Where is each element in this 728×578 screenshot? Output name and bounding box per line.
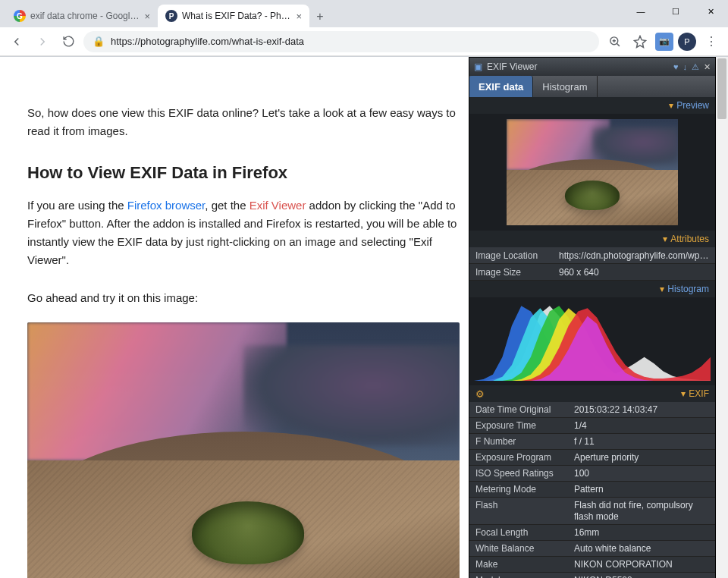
exif-value: Auto white balance xyxy=(574,543,709,554)
page-viewport: So, how does one view this EXIF data onl… xyxy=(0,56,728,578)
download-icon[interactable]: ↓ xyxy=(683,62,688,71)
table-row: Focal Length16mm xyxy=(469,525,715,541)
exif-key: Focal Length xyxy=(475,527,574,538)
exif-key: Date Time Original xyxy=(475,404,574,415)
panel-favicon: ▣ xyxy=(474,61,482,72)
attr-value: https://cdn.photographylife.com/wp-c... xyxy=(559,250,709,261)
table-row: Exposure ProgramAperture priority xyxy=(469,450,715,466)
chevron-down-icon: ▾ xyxy=(660,284,664,294)
exif-value: f / 11 xyxy=(574,436,709,447)
forward-button[interactable] xyxy=(32,31,53,52)
chevron-down-icon: ▾ xyxy=(669,100,673,111)
window-controls: — ☐ ✕ xyxy=(623,0,728,23)
attr-value: 960 x 640 xyxy=(559,267,709,278)
section-exif[interactable]: ⚙ ▾EXIF xyxy=(469,385,715,402)
body-paragraph: If you are using the Firefox browser, ge… xyxy=(27,196,460,269)
table-row: MakeNIKON CORPORATION xyxy=(469,557,715,573)
minimize-button[interactable]: — xyxy=(623,0,658,23)
tab-title: What is EXIF Data? - Photography xyxy=(182,11,291,21)
exif-value: Pattern xyxy=(574,484,709,495)
exif-key: Model xyxy=(475,575,574,578)
section-preview[interactable]: ▾Preview xyxy=(469,97,715,114)
exif-value: Aperture priority xyxy=(574,452,709,463)
maximize-button[interactable]: ☐ xyxy=(658,0,693,23)
histogram-chart xyxy=(469,297,715,385)
new-tab-button[interactable]: + xyxy=(309,6,331,27)
close-button[interactable]: ✕ xyxy=(693,0,728,23)
table-row: Date Time Original2015:03:22 14:03:47 xyxy=(469,402,715,418)
table-row: Image Locationhttps://cdn.photographylif… xyxy=(469,247,715,264)
exifviewer-link[interactable]: Exif Viewer xyxy=(249,199,306,212)
url-input[interactable] xyxy=(111,36,590,47)
table-row: Metering ModePattern xyxy=(469,482,715,498)
address-bar[interactable]: 🔒 xyxy=(83,31,599,52)
tab-title: exif data chrome - Google Search xyxy=(30,11,140,21)
table-row: ISO Speed Ratings100 xyxy=(469,466,715,482)
table-row: White BalanceAuto white balance xyxy=(469,541,715,557)
lock-icon: 🔒 xyxy=(93,36,105,47)
tab-histogram[interactable]: Histogram xyxy=(533,76,597,97)
extension-icon-1[interactable]: 📷 xyxy=(655,33,673,51)
exif-key: ISO Speed Ratings xyxy=(475,468,574,479)
warning-icon[interactable]: ⚠ xyxy=(692,62,699,72)
exif-key: Flash xyxy=(475,500,574,510)
close-icon[interactable]: × xyxy=(296,11,302,22)
table-row: FlashFlash did not fire, compulsory flas… xyxy=(469,498,715,525)
exif-value: 1/4 xyxy=(574,420,709,431)
attributes-table: Image Locationhttps://cdn.photographylif… xyxy=(469,247,715,281)
close-icon[interactable]: × xyxy=(144,11,150,22)
tab-inactive[interactable]: G exif data chrome - Google Search × xyxy=(6,5,158,27)
exif-key: Make xyxy=(475,559,574,570)
tab-strip: G exif data chrome - Google Search × P W… xyxy=(0,2,331,27)
exif-key: White Balance xyxy=(475,543,574,554)
tab-exif-data[interactable]: EXIF data xyxy=(469,76,533,97)
exif-value: NIKON D5500 xyxy=(574,575,709,578)
heart-icon[interactable]: ♥ xyxy=(673,62,679,71)
table-row: Image Size960 x 640 xyxy=(469,264,715,281)
intro-paragraph: So, how does one view this EXIF data onl… xyxy=(27,104,460,140)
tab-active[interactable]: P What is EXIF Data? - Photography × xyxy=(158,5,309,27)
exif-key: Metering Mode xyxy=(475,484,574,495)
zoom-icon[interactable] xyxy=(604,31,625,52)
attr-key: Image Location xyxy=(475,250,559,261)
close-icon[interactable]: ✕ xyxy=(704,62,711,72)
gear-icon[interactable]: ⚙ xyxy=(475,388,485,400)
google-favicon: G xyxy=(14,10,26,22)
table-row: ModelNIKON D5500 xyxy=(469,573,715,578)
body-paragraph: Go ahead and try it on this image: xyxy=(27,289,460,307)
exif-key: Exposure Time xyxy=(475,420,574,431)
table-row: Exposure Time1/4 xyxy=(469,418,715,434)
article-image[interactable] xyxy=(27,322,460,578)
panel-tabs: EXIF data Histogram xyxy=(469,76,715,97)
back-button[interactable] xyxy=(6,31,27,52)
exif-value: Flash did not fire, compulsory flash mod… xyxy=(574,500,709,523)
firefox-link[interactable]: Firefox browser xyxy=(127,199,206,212)
section-histogram[interactable]: ▾Histogram xyxy=(469,281,715,297)
exif-value: 2015:03:22 14:03:47 xyxy=(574,404,709,415)
scrollbar[interactable] xyxy=(716,57,728,578)
section-attributes[interactable]: ▾Attributes xyxy=(469,231,715,247)
extension-icon-2[interactable]: P xyxy=(678,33,696,51)
panel-title: EXIF Viewer xyxy=(487,61,669,72)
exif-value: 100 xyxy=(574,468,709,479)
site-favicon: P xyxy=(165,10,177,22)
exif-value: NIKON CORPORATION xyxy=(574,559,709,570)
menu-button[interactable]: ⋮ xyxy=(701,31,722,52)
preview-box xyxy=(469,114,715,231)
chevron-down-icon: ▾ xyxy=(663,234,667,244)
exif-value: 16mm xyxy=(574,527,709,538)
window-titlebar: G exif data chrome - Google Search × P W… xyxy=(0,0,728,27)
reload-button[interactable] xyxy=(58,31,79,52)
preview-image xyxy=(507,119,678,225)
panel-titlebar[interactable]: ▣ EXIF Viewer ♥ ↓ ⚠ ✕ xyxy=(469,58,715,76)
star-icon[interactable] xyxy=(629,31,651,52)
exif-key: Exposure Program xyxy=(475,452,574,463)
exif-panel: ▣ EXIF Viewer ♥ ↓ ⚠ ✕ EXIF data Histogra… xyxy=(469,57,716,578)
browser-toolbar: 🔒 📷 P ⋮ xyxy=(0,27,728,56)
table-row: F Numberf / 11 xyxy=(469,434,715,450)
attr-key: Image Size xyxy=(475,267,559,278)
chevron-down-icon: ▾ xyxy=(681,388,686,399)
exif-table: Date Time Original2015:03:22 14:03:47Exp… xyxy=(469,402,715,578)
scroll-thumb[interactable] xyxy=(717,58,726,119)
exif-key: F Number xyxy=(475,436,574,447)
